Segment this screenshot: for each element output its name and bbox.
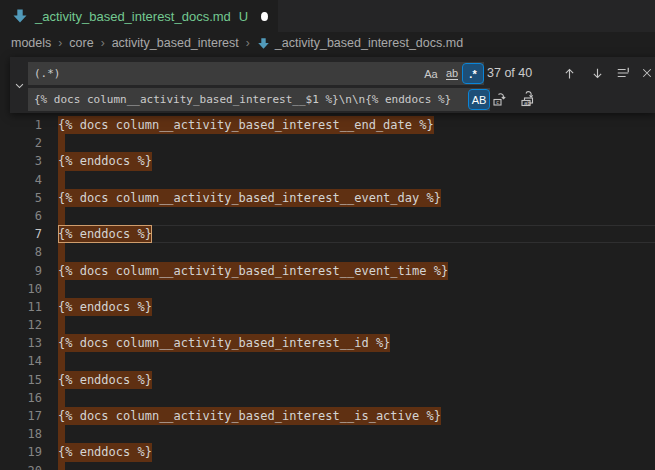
match-count: 37 of 40 — [487, 62, 532, 85]
line-number: 12 — [0, 316, 42, 334]
code-line-15[interactable]: 15{% enddocs %} — [0, 371, 655, 389]
breadcrumb-separator-icon: › — [101, 36, 105, 50]
line-number: 10 — [0, 280, 42, 298]
line-number: 2 — [0, 134, 42, 152]
previous-match-button[interactable] — [557, 61, 581, 85]
line-number: 4 — [0, 171, 42, 189]
code-line-9[interactable]: 9{% docs column__activity_based_interest… — [0, 262, 655, 280]
line-number: 20 — [0, 462, 42, 470]
code-line-7[interactable]: 7{% enddocs %} — [0, 225, 655, 243]
line-number: 14 — [0, 352, 42, 370]
breadcrumb-item-file[interactable]: _activity_based_interest_docs.md — [257, 36, 463, 50]
editor-pane[interactable]: 1{% docs column__activity_based_interest… — [0, 54, 655, 470]
empty-line-match-highlight — [58, 280, 65, 298]
empty-line-match-highlight — [58, 316, 65, 334]
empty-line-match-highlight — [58, 352, 65, 370]
line-number: 8 — [0, 243, 42, 261]
code-line-2[interactable]: 2 — [0, 134, 655, 152]
replace-button[interactable]: c — [488, 87, 512, 111]
code-line-10[interactable]: 10 — [0, 280, 655, 298]
whole-word-button[interactable]: ab — [442, 64, 462, 83]
markdown-file-icon — [257, 37, 270, 50]
regex-button[interactable]: .* — [463, 64, 483, 83]
replace-input[interactable] — [28, 93, 469, 106]
line-number: 5 — [0, 189, 42, 207]
unsaved-dot-icon[interactable] — [261, 12, 268, 21]
line-number: 3 — [0, 152, 42, 170]
code-line-11[interactable]: 11{% enddocs %} — [0, 298, 655, 316]
breadcrumb-item-models[interactable]: models — [11, 36, 51, 50]
find-match-text: {% enddocs %} — [58, 298, 152, 316]
find-input-box: Aa ab .* — [28, 62, 484, 85]
line-number: 1 — [0, 116, 42, 134]
line-number: 13 — [0, 334, 42, 352]
code-line-13[interactable]: 13{% docs column__activity_based_interes… — [0, 334, 655, 352]
line-number: 15 — [0, 371, 42, 389]
close-widget-button[interactable] — [635, 61, 655, 85]
line-number: 16 — [0, 389, 42, 407]
code-line-1[interactable]: 1{% docs column__activity_based_interest… — [0, 116, 655, 134]
code-line-8[interactable]: 8 — [0, 243, 655, 261]
code-line-19[interactable]: 19{% enddocs %} — [0, 443, 655, 461]
find-match-text: {% docs column__activity_based_interest_… — [58, 189, 441, 207]
code-line-17[interactable]: 17{% docs column__activity_based_interes… — [0, 407, 655, 425]
find-match-text: {% enddocs %} — [58, 443, 152, 461]
empty-line-match-highlight — [58, 134, 65, 152]
empty-line-match-highlight — [58, 243, 65, 261]
code-line-14[interactable]: 14 — [0, 352, 655, 370]
breadcrumb-separator-icon: › — [58, 36, 62, 50]
line-number: 11 — [0, 298, 42, 316]
line-number: 19 — [0, 443, 42, 461]
code-line-6[interactable]: 6 — [0, 207, 655, 225]
code-area[interactable]: 1{% docs column__activity_based_interest… — [0, 116, 655, 470]
tab-active-file[interactable]: _activity_based_interest_docs.md U — [0, 0, 278, 32]
match-case-button[interactable]: Aa — [421, 64, 441, 83]
empty-line-match-highlight — [58, 462, 65, 470]
next-match-button[interactable] — [585, 61, 609, 85]
breadcrumb-item-activity-based-interest[interactable]: activity_based_interest — [112, 36, 239, 50]
find-match-text: {% docs column__activity_based_interest_… — [58, 407, 441, 425]
empty-line-match-highlight — [58, 171, 65, 189]
preserve-case-button[interactable]: AB — [469, 90, 489, 109]
code-line-5[interactable]: 5{% docs column__activity_based_interest… — [0, 189, 655, 207]
breadcrumb: models › core › activity_based_interest … — [0, 32, 655, 54]
toggle-replace-chevron-icon[interactable] — [10, 57, 28, 113]
replace-all-button[interactable]: ab — [516, 87, 540, 111]
tab-bar: _activity_based_interest_docs.md U — [0, 0, 655, 32]
line-number: 18 — [0, 425, 42, 443]
find-replace-widget: Aa ab .* 37 of 40 AB c — [10, 57, 655, 113]
code-line-20[interactable]: 20 — [0, 462, 655, 470]
code-line-4[interactable]: 4 — [0, 171, 655, 189]
vscode-window: _activity_based_interest_docs.md U model… — [0, 0, 655, 470]
svg-text:ab: ab — [524, 100, 531, 106]
whole-word-label: ab — [446, 67, 458, 80]
code-line-3[interactable]: 3{% enddocs %} — [0, 152, 655, 170]
current-find-match: {% enddocs %} — [58, 225, 152, 243]
find-match-text: {% docs column__activity_based_interest_… — [58, 262, 448, 280]
markdown-file-icon — [12, 8, 28, 24]
git-status-badge: U — [239, 9, 248, 24]
line-number: 7 — [0, 225, 42, 243]
code-line-12[interactable]: 12 — [0, 316, 655, 334]
empty-line-match-highlight — [58, 389, 65, 407]
replace-input-box: AB — [28, 88, 490, 111]
code-line-16[interactable]: 16 — [0, 389, 655, 407]
find-match-text: {% docs column__activity_based_interest_… — [58, 116, 434, 134]
tab-filename: _activity_based_interest_docs.md — [35, 9, 231, 24]
find-match-text: {% docs column__activity_based_interest_… — [58, 334, 390, 352]
line-number: 9 — [0, 262, 42, 280]
empty-line-match-highlight — [58, 207, 65, 225]
breadcrumb-separator-icon: › — [246, 36, 250, 50]
code-line-18[interactable]: 18 — [0, 425, 655, 443]
empty-line-match-highlight — [58, 425, 65, 443]
find-in-selection-button[interactable] — [611, 61, 635, 85]
find-match-text: {% enddocs %} — [58, 371, 152, 389]
svg-text:c: c — [496, 99, 499, 105]
breadcrumb-item-core[interactable]: core — [69, 36, 93, 50]
line-number: 17 — [0, 407, 42, 425]
find-match-text: {% enddocs %} — [58, 152, 152, 170]
breadcrumb-file-label: _activity_based_interest_docs.md — [275, 36, 463, 50]
line-number: 6 — [0, 207, 42, 225]
find-input[interactable] — [28, 67, 421, 80]
